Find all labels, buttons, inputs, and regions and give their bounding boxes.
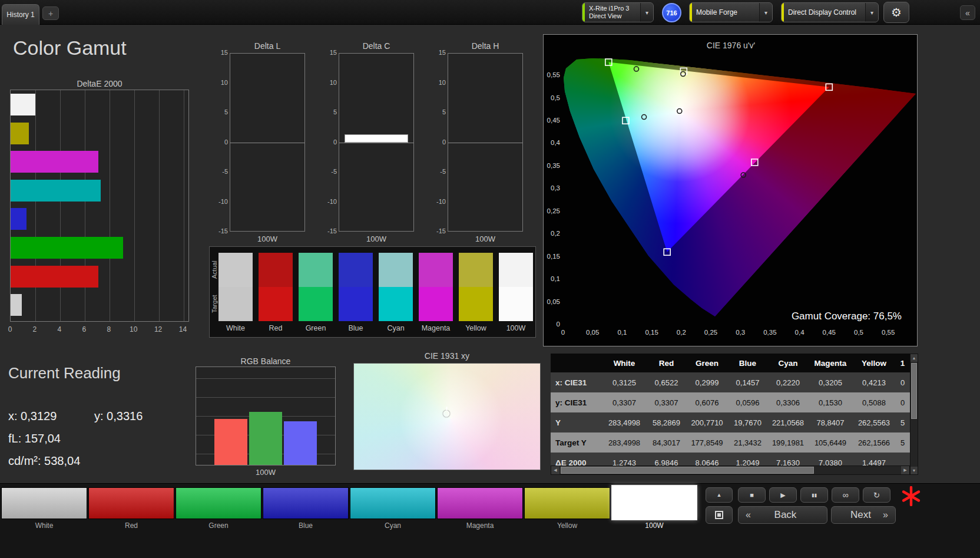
cie1976-overlay: 00,050,10,150,20,250,30,350,40,450,50,55… (544, 35, 918, 346)
collapse-panel-button[interactable]: « (960, 5, 975, 20)
axis-tick-label: 4 (58, 325, 62, 334)
up-button[interactable]: ▲ (706, 487, 733, 503)
scroll-down-button[interactable]: ▼ (911, 467, 918, 474)
swatch-actual-yellow (459, 253, 493, 287)
pause-button[interactable]: ▮▮ (800, 487, 828, 503)
row-label-cell: x: CIE31 (551, 372, 602, 392)
scrollbar-thumb[interactable] (561, 467, 814, 474)
continuous-read-button[interactable]: ∞ (832, 487, 859, 503)
swatch-compare-panel: Actual Target WhiteRedGreenBlueCyanMagen… (209, 246, 536, 338)
next-button[interactable]: Next » (831, 506, 896, 524)
swatch-target-magenta (419, 287, 453, 321)
axis-tick-label: 0,45 (547, 117, 560, 124)
source-select-button[interactable]: Mobile Forge ▾ (689, 2, 773, 22)
table-row[interactable]: Target Y283,499884,3017177,854921,343219… (551, 432, 910, 453)
settings-gear-button[interactable]: ⚙ (883, 2, 909, 23)
axis-tick-label: 10 (436, 79, 446, 86)
axis-tick-label: 6 (82, 325, 86, 334)
axis-tick-label: 10 (218, 79, 228, 86)
patch-label: 100W (611, 521, 697, 530)
patch-red[interactable] (88, 487, 174, 519)
patch-label: Magenta (437, 521, 523, 530)
table-row[interactable]: Y283,499858,2869200,771019,7670221,05687… (551, 412, 910, 432)
patch-label: White (1, 521, 87, 530)
axis-tick-label: 0,4 (551, 139, 561, 146)
table-cell: 5 (895, 412, 910, 432)
display-control-button[interactable]: Direct Display Control ▾ (781, 2, 879, 22)
add-tab-button[interactable]: + (42, 6, 59, 20)
swatch-label: Red (259, 324, 293, 332)
patch-100w[interactable] (611, 485, 697, 520)
patch-cyan[interactable] (350, 487, 436, 519)
chevron-down-icon[interactable]: ▾ (865, 3, 878, 22)
meter-select-button[interactable]: X-Rite i1Pro 3 Direct View ▾ (582, 2, 654, 22)
axis-tick-label: 0,2 (677, 329, 686, 336)
axis-tick-label: 0 (436, 138, 446, 146)
scroll-left-button[interactable]: ◀ (551, 466, 559, 474)
deltae-bar-white (11, 94, 35, 115)
patch-blue[interactable] (263, 487, 349, 519)
patch-white[interactable] (1, 487, 87, 519)
square-in-square-icon (715, 511, 723, 519)
gridline (196, 378, 335, 379)
axis-tick-label: -10 (327, 198, 337, 205)
patch-magenta[interactable] (437, 487, 523, 519)
reading-cd: cd/m²: 538,04 (8, 454, 80, 468)
table-vertical-scrollbar[interactable]: ▲ ▼ (910, 354, 918, 475)
next-button-label: Next (850, 509, 871, 521)
axis-series-label: 100W (448, 235, 523, 243)
tab-history-1[interactable]: History 1 (2, 4, 39, 25)
table-cell: 58,2869 (646, 412, 687, 432)
table-header-cell: Green (687, 354, 727, 372)
axis-tick-label: 15 (327, 49, 337, 56)
axis-tick-label: 8 (107, 325, 111, 334)
axis-tick-label: 0,5 (854, 329, 863, 336)
axis-tick-label: 0,1 (551, 275, 560, 282)
table-cell: 0,5088 (853, 392, 895, 412)
scrollbar-thumb[interactable] (911, 363, 917, 419)
axis-tick-label: -5 (218, 168, 228, 175)
chevron-left-icon: « (746, 510, 751, 520)
table-row[interactable]: ΔE 20001,27436,98468,06461,20497,16307,0… (551, 453, 910, 465)
titlebar: History 1 + X-Rite i1Pro 3 Direct View ▾… (0, 0, 980, 25)
table-row[interactable]: y: CIE310,33070,33070,60760,05960,33060,… (551, 392, 910, 412)
chevron-right-icon: » (883, 510, 888, 520)
chevron-down-icon[interactable]: ▾ (759, 3, 772, 22)
deltae-bar-blue (11, 208, 27, 230)
table-row[interactable]: x: CIE310,31250,65220,29990,14570,22200,… (551, 372, 910, 392)
axis-tick-label: 15 (436, 49, 446, 56)
patch-label: Red (88, 521, 174, 530)
refresh-button[interactable]: ↻ (863, 487, 890, 503)
swatch-actual-green (299, 253, 333, 287)
meter-count-badge[interactable]: 716 (662, 3, 681, 22)
axis-tick-label: -10 (436, 198, 446, 205)
meter-line1: X-Rite i1Pro 3 (589, 5, 636, 12)
table-cell: 6,9846 (646, 453, 687, 465)
table-cell: 0,1530 (808, 392, 853, 412)
swatch-target-yellow (459, 287, 493, 321)
patch-window-button[interactable] (706, 506, 733, 524)
back-button[interactable]: « Back (738, 506, 827, 524)
patch-yellow[interactable] (524, 487, 610, 519)
rgb-bar-red (214, 419, 247, 465)
stop-button[interactable]: ■ (738, 487, 766, 503)
chevron-down-icon[interactable]: ▾ (640, 3, 653, 22)
swatch-target-blue (339, 287, 373, 321)
table-cell: 7,1630 (768, 453, 808, 465)
axis-series-label: 100W (339, 235, 414, 243)
delta-l-chart: Delta L151050-5-10-15100W (218, 39, 306, 244)
scroll-up-button[interactable]: ▲ (911, 354, 918, 362)
table-cell: 0,3205 (808, 372, 853, 392)
table-cell: 221,0568 (768, 412, 808, 432)
swatch-actual-blue (339, 253, 373, 287)
table-cell: 0,4213 (853, 372, 895, 392)
row-label-cell: ΔE 2000 (551, 453, 602, 465)
axis-tick-label: -15 (327, 227, 337, 235)
play-button[interactable]: ▶ (769, 487, 797, 503)
rgb-balance-plot-area (196, 367, 336, 465)
patch-green[interactable] (176, 487, 261, 519)
asterisk-icon[interactable] (901, 486, 921, 506)
scroll-right-button[interactable]: ▶ (901, 466, 909, 474)
table-horizontal-scrollbar[interactable]: ◀ ▶ (551, 465, 910, 475)
axis-tick-label: -15 (436, 227, 446, 235)
